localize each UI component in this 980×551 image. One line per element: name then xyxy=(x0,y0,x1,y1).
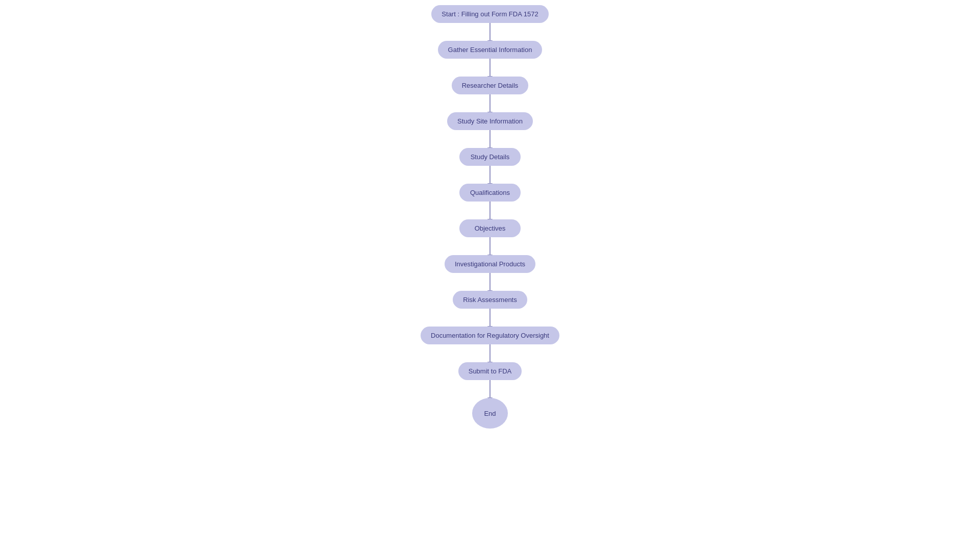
node-documentation[interactable]: Documentation for Regulatory Oversight xyxy=(421,327,559,344)
node-investigational[interactable]: Investigational Products xyxy=(445,255,535,273)
node-studysite[interactable]: Study Site Information xyxy=(447,112,533,130)
node-studydetails[interactable]: Study Details xyxy=(459,148,521,166)
connector-6 xyxy=(489,202,491,219)
connector-10 xyxy=(489,344,491,362)
connector-7 xyxy=(489,237,491,255)
connector-5 xyxy=(489,166,491,184)
connector-3 xyxy=(489,94,491,112)
flowchart: Start : Filling out Form FDA 1572 Gather… xyxy=(421,5,559,429)
node-researcher[interactable]: Researcher Details xyxy=(452,77,529,94)
connector-11 xyxy=(489,380,491,398)
connector-9 xyxy=(489,309,491,327)
node-end[interactable]: End xyxy=(472,398,508,429)
node-submit[interactable]: Submit to FDA xyxy=(458,362,522,380)
node-start[interactable]: Start : Filling out Form FDA 1572 xyxy=(431,5,548,23)
connector-2 xyxy=(489,59,491,77)
node-risk[interactable]: Risk Assessments xyxy=(453,291,527,309)
node-gather[interactable]: Gather Essential Information xyxy=(438,41,543,59)
connector-1 xyxy=(489,23,491,41)
flowchart-container: Start : Filling out Form FDA 1572 Gather… xyxy=(0,0,980,551)
connector-8 xyxy=(489,273,491,291)
node-objectives[interactable]: Objectives xyxy=(459,219,521,237)
node-qualifications[interactable]: Qualifications xyxy=(459,184,521,202)
connector-4 xyxy=(489,130,491,148)
